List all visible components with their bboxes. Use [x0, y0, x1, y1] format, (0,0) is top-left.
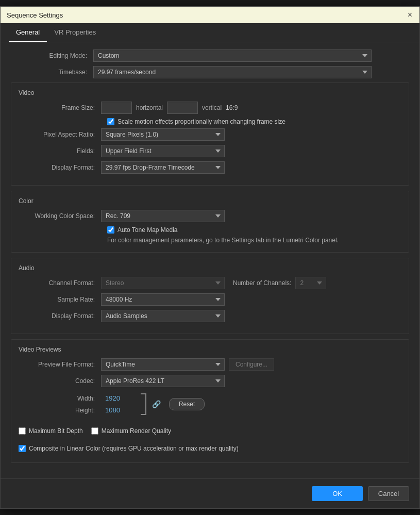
close-button[interactable]: × [407, 11, 413, 19]
codec-label: Codec: [19, 377, 101, 385]
pixel-aspect-ratio-select[interactable]: Square Pixels (1.0) [101, 128, 225, 141]
video-previews-title: Video Previews [19, 346, 401, 353]
sample-rate-select[interactable]: 48000 Hz [101, 293, 225, 306]
reset-button[interactable]: Reset [169, 398, 205, 410]
audio-display-format-row: Display Format: Audio Samples [19, 310, 401, 322]
height-label: Height: [19, 407, 101, 414]
pixel-aspect-ratio-label: Pixel Aspect Ratio: [19, 131, 101, 138]
link-bracket-icon [136, 391, 147, 417]
fields-select[interactable]: Upper Field First [101, 145, 225, 157]
frame-size-label: Frame Size: [19, 104, 101, 111]
cancel-button[interactable]: Cancel [368, 486, 409, 501]
settings-content: Editing Mode: Custom Timebase: 29.97 fra… [1, 42, 419, 478]
width-label: Width: [19, 395, 101, 402]
height-value: 1080 [105, 406, 120, 414]
composite-linear-color-checkbox[interactable] [19, 445, 26, 452]
auto-tone-map-label: Auto Tone Map Media [117, 226, 178, 234]
frame-size-inputs: 1920 horizontal 1080 vertical 16:9 [101, 102, 238, 114]
video-previews-section: Video Previews Preview File Format: Quic… [11, 339, 409, 463]
editing-mode-select[interactable]: Custom [93, 49, 372, 62]
max-bit-depth-row: Maximum Bit Depth [19, 427, 83, 435]
color-section: Color Working Color Space: Rec. 709 Auto… [11, 191, 409, 253]
preview-file-format-label: Preview File Format: [19, 361, 101, 368]
auto-tone-map-checkbox[interactable] [107, 226, 114, 234]
editing-mode-row: Editing Mode: Custom [11, 49, 409, 62]
channel-format-select[interactable]: Stereo [101, 277, 225, 289]
bottom-checkboxes: Maximum Bit Depth Maximum Render Quality… [19, 424, 401, 455]
display-format-row: Display Format: 29.97 fps Drop-Frame Tim… [19, 161, 401, 174]
frame-size-row: Frame Size: 1920 horizontal 1080 vertica… [19, 102, 401, 114]
bit-depth-render-quality-row: Maximum Bit Depth Maximum Render Quality [19, 424, 401, 438]
sample-rate-label: Sample Rate: [19, 296, 101, 303]
video-section: Video Frame Size: 1920 horizontal 1080 v… [11, 82, 409, 186]
vertical-label: vertical [202, 104, 222, 111]
max-bit-depth-checkbox[interactable] [19, 427, 26, 435]
aspect-ratio-display: 16:9 [226, 104, 238, 111]
editing-mode-label: Editing Mode: [11, 52, 93, 59]
video-section-title: Video [19, 89, 401, 96]
audio-display-format-label: Display Format: [19, 312, 101, 320]
sequence-settings-dialog: Sequence Settings × General VR Propertie… [0, 6, 420, 509]
scale-motion-row: Scale motion effects proportionally when… [107, 118, 401, 125]
preview-file-format-row: Preview File Format: QuickTime Configure… [19, 358, 401, 371]
pixel-aspect-ratio-row: Pixel Aspect Ratio: Square Pixels (1.0) [19, 128, 401, 141]
max-bit-depth-label: Maximum Bit Depth [29, 427, 83, 435]
display-format-select[interactable]: 29.97 fps Drop-Frame Timecode [101, 161, 225, 174]
preview-file-format-controls: QuickTime Configure... [101, 358, 274, 371]
title-bar: Sequence Settings × [1, 7, 419, 23]
timebase-row: Timebase: 29.97 frames/second [11, 66, 409, 78]
ok-button[interactable]: OK [312, 486, 363, 501]
working-color-space-label: Working Color Space: [19, 212, 101, 220]
color-info-text: For color management parameters, go to t… [19, 237, 401, 244]
audio-section-title: Audio [19, 264, 401, 272]
frame-height-input[interactable]: 1080 [167, 102, 198, 114]
channel-format-label: Channel Format: [19, 279, 101, 287]
audio-display-format-select[interactable]: Audio Samples [101, 310, 225, 322]
scale-motion-label: Scale motion effects proportionally when… [117, 118, 285, 125]
sample-rate-row: Sample Rate: 48000 Hz [19, 293, 401, 306]
horizontal-label: horizontal [136, 104, 163, 111]
dialog-footer: OK Cancel [1, 478, 419, 508]
composite-linear-color-label: Composite in Linear Color (requires GPU … [29, 445, 239, 452]
composite-linear-color-row: Composite in Linear Color (requires GPU … [19, 445, 401, 452]
height-row: Height: 1080 [19, 406, 120, 414]
max-render-quality-checkbox[interactable] [91, 427, 98, 435]
fields-label: Fields: [19, 147, 101, 155]
frame-width-input[interactable]: 1920 [101, 102, 132, 114]
audio-section: Audio Channel Format: Stereo Number of C… [11, 258, 409, 334]
timebase-select[interactable]: 29.97 frames/second [93, 66, 372, 78]
link-icon[interactable]: 🔗 [152, 400, 161, 408]
scale-motion-checkbox[interactable] [107, 118, 114, 125]
tab-vr-properties[interactable]: VR Properties [47, 23, 103, 42]
configure-button[interactable]: Configure... [229, 358, 274, 371]
color-section-title: Color [19, 197, 401, 205]
working-color-space-row: Working Color Space: Rec. 709 [19, 210, 401, 222]
working-color-space-select[interactable]: Rec. 709 [101, 210, 225, 222]
wh-inputs: Width: 1920 Height: 1080 [19, 394, 120, 414]
codec-select[interactable]: Apple ProRes 422 LT [101, 375, 225, 387]
fields-row: Fields: Upper Field First [19, 145, 401, 157]
number-of-channels-select[interactable]: 2 [295, 277, 326, 289]
tab-general[interactable]: General [9, 23, 47, 42]
max-render-quality-label: Maximum Render Quality [102, 427, 171, 435]
tabs-bar: General VR Properties [1, 23, 419, 42]
auto-tone-map-row: Auto Tone Map Media [107, 226, 401, 234]
channel-format-row: Channel Format: Stereo Number of Channel… [19, 277, 401, 289]
codec-row: Codec: Apple ProRes 422 LT [19, 375, 401, 387]
width-row: Width: 1920 [19, 394, 120, 402]
width-height-section: Width: 1920 Height: 1080 🔗 [19, 391, 401, 417]
timebase-label: Timebase: [11, 69, 93, 76]
width-value: 1920 [105, 394, 120, 402]
preview-file-format-select[interactable]: QuickTime [101, 358, 225, 371]
display-format-label: Display Format: [19, 164, 101, 171]
max-render-quality-row: Maximum Render Quality [91, 427, 171, 435]
number-of-channels-label: Number of Channels: [233, 279, 291, 287]
dialog-title: Sequence Settings [7, 11, 63, 19]
